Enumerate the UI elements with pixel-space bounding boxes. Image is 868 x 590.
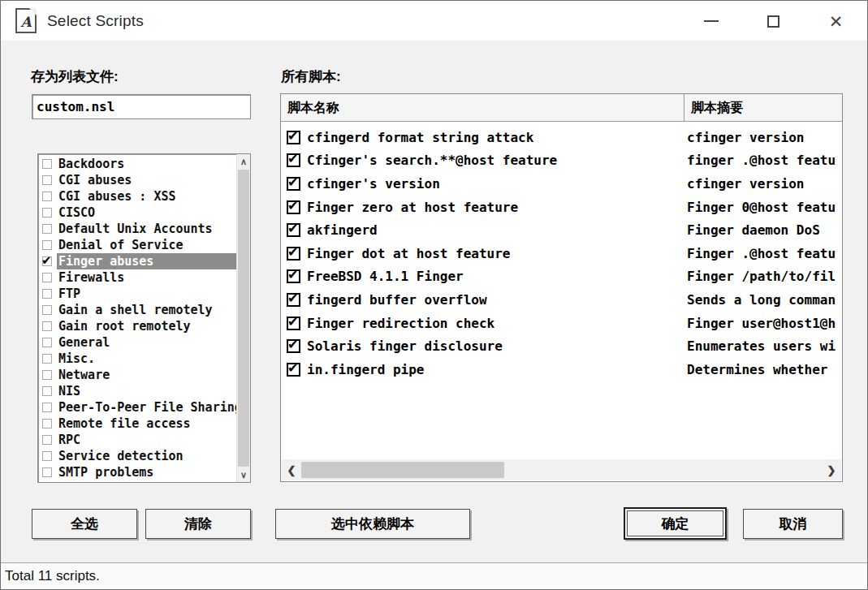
- script-row[interactable]: ✔ in.fingerd pipe Determines whether: [281, 358, 842, 381]
- script-row[interactable]: ✔ Solaris finger disclosure Enumerates u…: [281, 334, 842, 358]
- script-row[interactable]: ✔ cfingerd format string attack cfinger …: [281, 126, 842, 149]
- select-all-button[interactable]: 全选: [32, 509, 137, 539]
- category-list-item[interactable]: ✔ CGI abuses: [38, 172, 236, 188]
- category-checkbox[interactable]: ✔: [42, 208, 52, 217]
- category-checkbox[interactable]: ✔: [42, 175, 52, 185]
- script-name: Finger redirection check: [307, 316, 494, 331]
- category-list-item[interactable]: ✔ NIS: [38, 383, 236, 399]
- category-list-item[interactable]: ✔ Gain a shell remotely: [38, 302, 236, 318]
- script-row[interactable]: ✔ Finger dot at host feature Finger .@ho…: [281, 242, 842, 265]
- category-label: Service detection: [57, 448, 236, 464]
- category-checkbox[interactable]: ✔: [42, 419, 52, 429]
- category-list-item[interactable]: ✔ Gain root remotely: [38, 318, 236, 334]
- category-checkbox[interactable]: ✔: [42, 224, 52, 234]
- category-checkbox[interactable]: ✔: [42, 321, 52, 331]
- script-checkbox[interactable]: ✔: [287, 153, 300, 167]
- script-checkbox[interactable]: ✔: [287, 177, 300, 191]
- close-button[interactable]: ✕: [805, 1, 867, 41]
- filename-input[interactable]: [32, 94, 251, 119]
- category-label: Gain root remotely: [57, 318, 236, 334]
- titlebar: A Select Scripts ✕: [1, 1, 867, 41]
- category-list-item[interactable]: ✔ CISCO: [38, 205, 236, 221]
- category-list-item[interactable]: ✔ Finger abuses: [38, 253, 236, 269]
- script-checkbox[interactable]: ✔: [287, 131, 300, 144]
- script-name: in.fingerd pipe: [307, 362, 425, 377]
- category-checkbox[interactable]: ✔: [42, 273, 52, 282]
- scrollbar-thumb[interactable]: [238, 170, 249, 467]
- scroll-down-icon[interactable]: ∨: [237, 467, 250, 482]
- category-checkbox[interactable]: ✔: [42, 403, 52, 412]
- script-checkbox[interactable]: ✔: [287, 247, 300, 261]
- category-list-item[interactable]: ✔ Peer-To-Peer File Sharing: [38, 399, 236, 416]
- script-checkbox[interactable]: ✔: [287, 293, 300, 307]
- script-name-cell: ✔ Finger redirection check: [281, 316, 684, 331]
- check-icon: ✔: [287, 338, 298, 352]
- category-list-item[interactable]: ✔ Backdoors: [38, 156, 236, 172]
- script-checkbox[interactable]: ✔: [287, 339, 300, 353]
- script-row[interactable]: ✔ Finger zero at host feature Finger 0@h…: [281, 196, 842, 219]
- category-list-item[interactable]: ✔ RPC: [38, 432, 236, 448]
- script-checkbox[interactable]: ✔: [287, 363, 300, 377]
- category-label: Gain a shell remotely: [57, 302, 236, 318]
- column-header-script-summary[interactable]: 脚本摘要: [684, 94, 842, 121]
- category-label: RPC: [57, 432, 236, 448]
- category-scrollbar[interactable]: ∧ ∨: [236, 154, 250, 482]
- script-summary: Determines whether: [684, 362, 842, 377]
- category-checkbox[interactable]: ✔: [42, 256, 52, 266]
- table-horizontal-scrollbar[interactable]: ❮ ❯: [282, 459, 841, 480]
- category-checkbox[interactable]: ✔: [42, 386, 52, 396]
- category-list-item[interactable]: ✔ General: [38, 334, 236, 351]
- script-row[interactable]: ✔ FreeBSD 4.1.1 Finger Finger /path/to/f…: [281, 265, 842, 289]
- category-list-item[interactable]: ✔ SMTP problems: [38, 464, 236, 480]
- script-row[interactable]: ✔ fingerd buffer overflow Sends a long c…: [281, 288, 842, 312]
- category-list-item[interactable]: ✔ Denial of Service: [38, 237, 236, 253]
- category-checkbox[interactable]: ✔: [42, 435, 52, 445]
- category-list-item[interactable]: ✔ Remote file access: [38, 416, 236, 432]
- category-list-item[interactable]: ✔ Default Unix Accounts: [38, 221, 236, 237]
- category-checkbox[interactable]: ✔: [42, 338, 52, 347]
- maximize-button[interactable]: [742, 1, 805, 41]
- category-list-item[interactable]: ✔ CGI abuses : XSS: [38, 188, 236, 205]
- script-checkbox[interactable]: ✔: [287, 317, 300, 330]
- category-checkbox[interactable]: ✔: [42, 192, 52, 201]
- category-list-item[interactable]: ✔ Netware: [38, 367, 236, 383]
- scroll-left-icon[interactable]: ❮: [282, 459, 301, 480]
- scripts-table-header: 脚本名称 脚本摘要: [281, 94, 842, 122]
- category-checkbox[interactable]: ✔: [42, 240, 52, 250]
- category-list-item[interactable]: ✔ FTP: [38, 286, 236, 302]
- ok-button[interactable]: 确定: [624, 507, 727, 540]
- category-list-item[interactable]: ✔ Misc.: [38, 351, 236, 367]
- script-row[interactable]: ✔ cfinger's version cfinger version: [281, 172, 842, 196]
- category-checkbox[interactable]: ✔: [42, 467, 52, 477]
- script-row[interactable]: ✔ Cfinger's search.**@host feature finge…: [281, 149, 842, 173]
- scroll-right-icon[interactable]: ❯: [822, 459, 841, 480]
- cancel-button[interactable]: 取消: [743, 509, 843, 539]
- script-checkbox[interactable]: ✔: [287, 269, 300, 283]
- script-checkbox[interactable]: ✔: [287, 223, 300, 237]
- script-summary: finger .@host featu: [684, 153, 842, 168]
- column-header-script-name[interactable]: 脚本名称: [281, 94, 684, 121]
- category-checkbox[interactable]: ✔: [42, 354, 52, 364]
- category-label: Remote file access: [57, 416, 236, 432]
- category-label: Backdoors: [57, 156, 236, 172]
- script-row[interactable]: ✔ akfingerd Finger daemon DoS: [281, 218, 842, 242]
- scroll-up-icon[interactable]: ∧: [237, 154, 250, 169]
- all-scripts-label: 所有脚本:: [281, 67, 341, 86]
- clear-button[interactable]: 清除: [145, 509, 251, 539]
- category-label: Firewalls: [57, 269, 236, 286]
- select-dependencies-button[interactable]: 选中依赖脚本: [275, 509, 470, 539]
- script-row[interactable]: ✔ Finger redirection check Finger user@h…: [281, 312, 842, 335]
- script-checkbox[interactable]: ✔: [287, 200, 300, 214]
- script-summary: cfinger version: [684, 176, 842, 192]
- category-listbox[interactable]: ✔ Backdoors ✔ CGI abuses ✔ CGI abuses : …: [37, 153, 251, 483]
- script-name-cell: ✔ in.fingerd pipe: [281, 362, 684, 377]
- category-checkbox[interactable]: ✔: [42, 289, 52, 299]
- scrollbar-thumb[interactable]: [301, 462, 504, 478]
- minimize-button[interactable]: [680, 1, 742, 41]
- category-checkbox[interactable]: ✔: [42, 451, 52, 461]
- category-checkbox[interactable]: ✔: [42, 370, 52, 380]
- category-list-item[interactable]: ✔ Firewalls: [38, 269, 236, 286]
- category-list-item[interactable]: ✔ Service detection: [38, 448, 236, 464]
- category-checkbox[interactable]: ✔: [42, 305, 52, 315]
- category-checkbox[interactable]: ✔: [42, 159, 52, 169]
